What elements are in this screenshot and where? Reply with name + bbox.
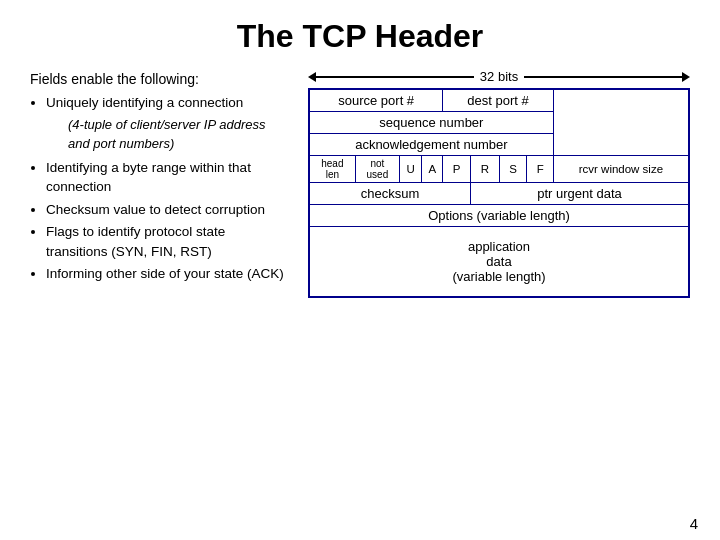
- table-row-options: Options (variable length): [309, 205, 689, 227]
- options-cell: Options (variable length): [309, 205, 689, 227]
- page-number: 4: [690, 515, 698, 532]
- left-column: Fields enable the following: Uniquely id…: [30, 69, 290, 530]
- table-row-appdata: applicationdata(variable length): [309, 227, 689, 297]
- dest-port-cell: dest port #: [443, 89, 554, 112]
- sequence-number-cell: sequence number: [309, 112, 553, 134]
- table-row-seq: sequence number: [309, 112, 689, 134]
- arrow-left-icon: [308, 72, 316, 82]
- bits-label: 32 bits: [480, 69, 518, 84]
- field-item-5: Informing other side of your state (ACK): [46, 264, 290, 284]
- field-item-4: Flags to identify protocol state transit…: [46, 222, 290, 261]
- flag-a: A: [422, 156, 443, 183]
- ack-number-cell: acknowledgement number: [309, 134, 553, 156]
- arrow-right-icon: [682, 72, 690, 82]
- flag-f: F: [527, 156, 553, 183]
- not-used-cell: notused: [355, 156, 399, 183]
- arrow-line-right: [524, 76, 682, 78]
- indent-note: (4-tuple of client/server IP address and…: [46, 116, 290, 154]
- field-item-1: Uniquely identifying a connection: [46, 93, 290, 113]
- right-column: 32 bits source port # dest port # sequen…: [308, 69, 690, 530]
- page-title: The TCP Header: [30, 18, 690, 55]
- fields-list: Uniquely identifying a connection (4-tup…: [30, 93, 290, 284]
- table-row-flags: headlen notused U A P R S F rcvr window …: [309, 156, 689, 183]
- table-row-checksum: checksum ptr urgent data: [309, 183, 689, 205]
- tcp-header-table: source port # dest port # sequence numbe…: [308, 88, 690, 298]
- flag-r: R: [470, 156, 499, 183]
- source-port-cell: source port #: [309, 89, 443, 112]
- ptr-urgent-cell: ptr urgent data: [470, 183, 689, 205]
- field-item-2: Identifying a byte range within that con…: [46, 158, 290, 197]
- bits-arrow: 32 bits: [308, 69, 690, 84]
- arrow-line-left: [316, 76, 474, 78]
- app-data-cell: applicationdata(variable length): [309, 227, 689, 297]
- flag-s: S: [499, 156, 527, 183]
- flag-u: U: [400, 156, 422, 183]
- field-item-3: Checksum value to detect corruption: [46, 200, 290, 220]
- table-row-ack: acknowledgement number: [309, 134, 689, 156]
- head-len-cell: headlen: [309, 156, 355, 183]
- rcvr-window-cell: rcvr window size: [553, 156, 689, 183]
- fields-title: Fields enable the following:: [30, 69, 290, 89]
- checksum-cell: checksum: [309, 183, 470, 205]
- table-row-ports: source port # dest port #: [309, 89, 689, 112]
- flag-p: P: [443, 156, 471, 183]
